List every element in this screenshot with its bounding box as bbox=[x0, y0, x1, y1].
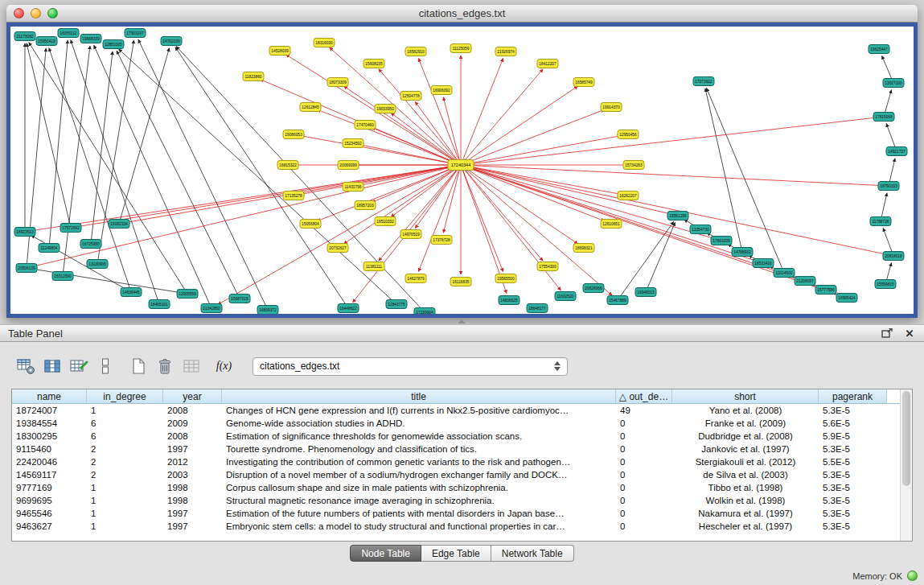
graph-node[interactable]: 12853165 bbox=[103, 40, 124, 49]
graph-node[interactable]: 13354730 bbox=[690, 225, 711, 234]
row-tools-icon[interactable] bbox=[94, 356, 116, 377]
graph-node[interactable]: 17572692 bbox=[60, 224, 81, 233]
graph-node[interactable]: 21042850 bbox=[201, 304, 222, 313]
graph-node[interactable]: 14976519 bbox=[400, 230, 421, 239]
delete-icon[interactable] bbox=[154, 356, 175, 377]
graph-node[interactable]: 18533416 bbox=[753, 259, 774, 268]
graph-node[interactable]: 18790333 bbox=[878, 182, 899, 191]
panel-splitter-handle[interactable] bbox=[455, 319, 468, 324]
table-options-icon[interactable] bbox=[14, 356, 36, 377]
column-header-pagerank[interactable]: pagerank bbox=[819, 389, 887, 403]
graph-node[interactable]: 17240344 bbox=[448, 160, 474, 171]
table-row[interactable]: 1872400712008Changes of HCN gene express… bbox=[12, 404, 900, 417]
graph-node[interactable]: 19561296 bbox=[667, 212, 688, 220]
column-header-in_degree[interactable]: in_degree bbox=[87, 389, 163, 403]
graph-node[interactable]: 15234592 bbox=[343, 139, 363, 148]
graph-node[interactable]: 21208097 bbox=[795, 277, 815, 286]
graph-node[interactable]: 19033950 bbox=[375, 105, 396, 113]
column-header-name[interactable]: name bbox=[12, 389, 87, 403]
column-header-short[interactable]: short bbox=[672, 389, 819, 403]
graph-node[interactable]: 16262207 bbox=[618, 192, 639, 200]
graph-node[interactable]: 18316030 bbox=[314, 39, 335, 47]
table-scrollbar-thumb[interactable] bbox=[902, 391, 910, 486]
column-header-year[interactable]: year bbox=[163, 389, 222, 403]
graph-node[interactable]: 14702039 bbox=[161, 37, 182, 46]
graph-node[interactable]: 14627879 bbox=[405, 274, 426, 283]
graph-node[interactable]: 17073922 bbox=[693, 77, 714, 86]
graph-node[interactable]: 11381111 bbox=[363, 262, 384, 271]
graph-node[interactable]: 17554300 bbox=[537, 262, 558, 271]
close-panel-icon[interactable]: ✕ bbox=[903, 327, 916, 340]
graph-node[interactable]: 11788726 bbox=[870, 217, 891, 226]
function-builder-icon[interactable]: f(x) bbox=[213, 356, 235, 377]
graph-node[interactable]: 18466101 bbox=[149, 300, 170, 309]
minimize-button[interactable] bbox=[31, 8, 41, 19]
graph-node[interactable]: 16948013 bbox=[635, 288, 656, 297]
graph-node[interactable]: 19565500 bbox=[495, 274, 516, 283]
close-button[interactable] bbox=[14, 8, 24, 19]
table-row[interactable]: 911546021997Tourette syndrome. Phenomeno… bbox=[12, 443, 900, 455]
graph-node[interactable]: 15777586 bbox=[815, 286, 836, 295]
graph-node[interactable]: 15608235 bbox=[363, 60, 384, 68]
graph-node[interactable]: 15599815 bbox=[875, 280, 896, 289]
graph-node[interactable]: 16582910 bbox=[405, 47, 426, 56]
graph-node[interactable]: 11823860 bbox=[243, 72, 264, 81]
graph-node[interactable]: 17470460 bbox=[355, 121, 376, 130]
graph-node[interactable]: 14836625 bbox=[499, 296, 519, 305]
graph-node[interactable]: 12612845 bbox=[300, 103, 321, 112]
graph-node[interactable]: 11125059 bbox=[450, 44, 471, 53]
graph-node[interactable]: 14921737 bbox=[886, 147, 907, 156]
graph-node[interactable]: 16585749 bbox=[573, 78, 594, 87]
graph-node[interactable]: 20628066 bbox=[583, 284, 604, 293]
graph-node[interactable]: 15467889 bbox=[607, 296, 628, 305]
graph-node[interactable]: 17815068 bbox=[873, 113, 894, 122]
graph-node[interactable]: 17663209 bbox=[711, 237, 732, 245]
graph-node[interactable]: 11602520 bbox=[555, 292, 576, 301]
graph-node[interactable]: 20818018 bbox=[883, 252, 904, 261]
graph-node[interactable]: 20069099 bbox=[338, 161, 359, 170]
network-canvas[interactable]: 1573426316262207126106511869832117554300… bbox=[10, 27, 914, 314]
table-row[interactable]: 969969511998Structural magnetic resonanc… bbox=[12, 494, 900, 507]
table-row[interactable]: 946554611997Estimation of the future num… bbox=[12, 507, 900, 520]
graph-node[interactable]: 20506139 bbox=[16, 264, 37, 273]
graph-node[interactable]: 21926974 bbox=[495, 47, 516, 56]
graph-node[interactable]: 19086053 bbox=[283, 130, 304, 139]
graph-node[interactable]: 16055112 bbox=[58, 29, 79, 38]
graph-node[interactable]: 18412207 bbox=[537, 60, 558, 68]
graph-node[interactable]: 15312590 bbox=[52, 272, 73, 281]
graph-node[interactable]: 13027200 bbox=[883, 79, 904, 88]
graph-node[interactable]: 14788932 bbox=[732, 248, 753, 257]
graph-node[interactable]: 11249804 bbox=[39, 244, 60, 253]
graph-node[interactable]: 16116835 bbox=[450, 278, 471, 286]
graph-node[interactable]: 16725955 bbox=[80, 240, 101, 249]
graph-node[interactable]: 19914370 bbox=[601, 103, 622, 112]
table-selector-dropdown[interactable]: citations_edges.txt bbox=[253, 357, 568, 376]
graph-node[interactable]: 18073309 bbox=[327, 78, 348, 87]
graph-node[interactable]: 19668339 bbox=[80, 35, 101, 43]
table-scrollbar[interactable] bbox=[900, 389, 912, 541]
graph-node[interactable]: 17135278 bbox=[283, 192, 304, 200]
graph-node[interactable]: 18923513 bbox=[14, 228, 35, 237]
graph-node[interactable]: 18957203 bbox=[355, 201, 376, 210]
column-header-title[interactable]: title bbox=[222, 389, 616, 403]
table-row[interactable]: 2242004622012Investigating the contribut… bbox=[12, 455, 900, 468]
graph-node[interactable]: 15687015 bbox=[229, 295, 250, 303]
graph-node[interactable]: 12005559 bbox=[177, 290, 198, 299]
graph-node[interactable]: 20732627 bbox=[327, 244, 348, 253]
tab-network-table[interactable]: Network Table bbox=[491, 545, 574, 562]
graph-node[interactable]: 12114500 bbox=[774, 269, 795, 278]
edit-columns-icon[interactable] bbox=[68, 356, 89, 377]
new-document-icon[interactable] bbox=[127, 356, 149, 377]
graph-node[interactable]: 17239904 bbox=[414, 308, 435, 315]
graph-node[interactable]: 18698321 bbox=[573, 244, 594, 253]
graph-node[interactable]: 15950419 bbox=[36, 37, 57, 46]
tab-edge-table[interactable]: Edge Table bbox=[421, 545, 491, 562]
graph-node[interactable]: 16815322 bbox=[277, 161, 298, 170]
window-titlebar[interactable]: citations_edges.txt bbox=[6, 5, 918, 23]
graph-node[interactable]: 17903297 bbox=[125, 29, 146, 38]
graph-node[interactable]: 19625447 bbox=[869, 45, 889, 54]
memory-status-indicator-icon[interactable] bbox=[907, 571, 918, 581]
column-header-out_degree[interactable]: △ out_de… bbox=[616, 389, 672, 403]
graph-node[interactable]: 15056804 bbox=[300, 220, 321, 229]
tab-node-table[interactable]: Node Table bbox=[350, 545, 421, 562]
